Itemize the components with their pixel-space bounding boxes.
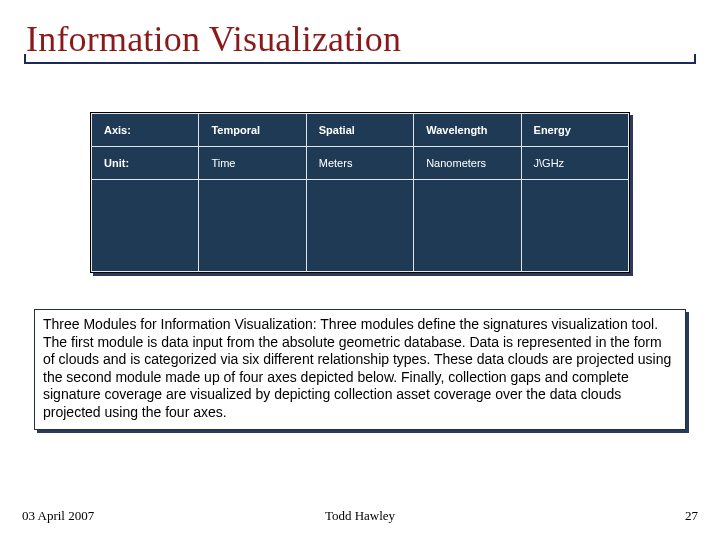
- axes-table-container: Axis: Temporal Spatial Wavelength Energy…: [90, 112, 630, 273]
- description-box: Three Modules for Information Visualizat…: [34, 309, 686, 430]
- cell-unit-jghz: J\GHz: [521, 147, 628, 180]
- slide: Information Visualization Axis: Temporal…: [0, 0, 720, 540]
- title-rule-tick-right: [694, 54, 696, 64]
- cell-unit-time: Time: [199, 147, 306, 180]
- table-row: Axis: Temporal Spatial Wavelength Energy: [92, 114, 629, 147]
- footer: 03 April 2007 Todd Hawley 27: [22, 508, 698, 524]
- cell-axis-energy: Energy: [521, 114, 628, 147]
- cell-unit-meters: Meters: [306, 147, 413, 180]
- axes-table: Axis: Temporal Spatial Wavelength Energy…: [91, 113, 629, 272]
- title-rule: Information Visualization: [24, 18, 696, 64]
- cell-axis-wavelength: Wavelength: [414, 114, 521, 147]
- footer-date: 03 April 2007: [22, 508, 94, 524]
- footer-author: Todd Hawley: [325, 508, 395, 524]
- page-title: Information Visualization: [24, 18, 696, 60]
- table-row-empty: [92, 180, 629, 272]
- table-row: Unit: Time Meters Nanometers J\GHz: [92, 147, 629, 180]
- description-lead: Three Modules for Information Visualizat…: [43, 316, 317, 332]
- title-rule-tick-left: [24, 54, 26, 64]
- row-label: Axis:: [92, 114, 199, 147]
- footer-page: 27: [685, 508, 698, 524]
- cell-unit-nanometers: Nanometers: [414, 147, 521, 180]
- cell-axis-temporal: Temporal: [199, 114, 306, 147]
- cell-axis-spatial: Spatial: [306, 114, 413, 147]
- row-label: Unit:: [92, 147, 199, 180]
